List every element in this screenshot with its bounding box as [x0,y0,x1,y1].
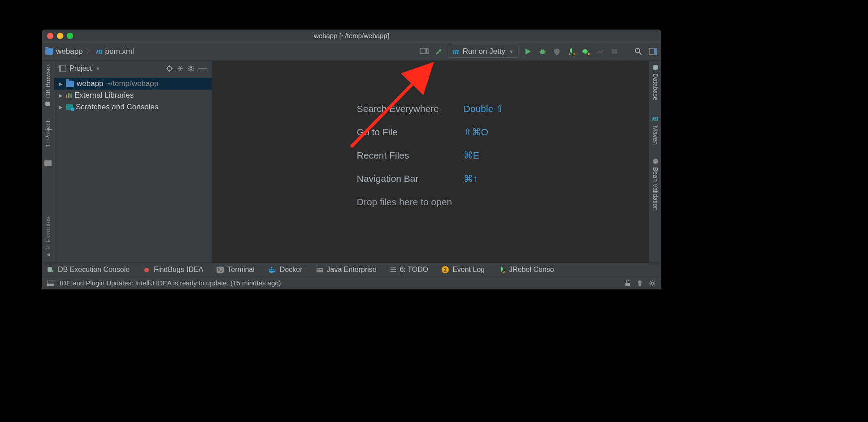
event-log-tab[interactable]: 2 Event Log [442,266,485,274]
event-log-badge: 2 [442,266,449,273]
zoom-window-button[interactable] [67,33,73,39]
library-icon [66,93,72,98]
chevron-down-icon: ▼ [509,49,514,54]
java-enterprise-tab[interactable]: Java Enterprise [316,266,377,274]
database-tab[interactable]: Database [652,65,659,100]
bean-validation-tab[interactable]: Bean Validation [652,158,659,211]
search-icon[interactable] [634,47,643,56]
favorites-tab[interactable]: ▶ 2: Favorites [44,217,52,258]
project-tree[interactable]: ▶ webapp ~/temp/webapp ▶ External Librar… [54,76,212,115]
svg-line-16 [639,52,642,55]
panel-icon [59,65,66,72]
window-title: webapp [~/temp/webapp] [42,32,661,39]
folder-icon [66,81,74,87]
stop-disabled-icon [609,47,619,56]
svg-line-3 [539,52,541,52]
svg-point-28 [190,67,192,69]
maven-tab[interactable]: m Maven [652,114,659,145]
project-tab[interactable]: 1: Project [44,121,52,147]
jrebel-console-tab[interactable]: JR JRebel Conso [498,266,554,274]
device-icon[interactable] [419,47,429,56]
svg-rect-14 [612,49,617,54]
hint-search: Search Everywhere Double ⇧ [357,103,504,114]
close-window-button[interactable] [47,33,53,39]
tree-node-label: Scratches and Consoles [76,103,158,112]
right-tool-gutter: Database m Maven Bean Validation [649,61,661,263]
hide-panel-icon[interactable]: — [198,63,207,73]
expand-arrow-icon[interactable]: ▶ [58,93,63,99]
folder-icon [45,48,53,55]
debug-button[interactable] [538,47,547,56]
svg-line-5 [540,53,541,54]
breadcrumb-sep: 〉 [86,46,94,57]
svg-rect-44 [217,267,224,273]
svg-rect-58 [47,284,54,286]
svg-point-15 [635,48,640,53]
svg-line-68 [654,284,655,285]
svg-rect-61 [638,284,641,286]
gear-icon[interactable] [187,65,195,72]
expand-arrow-icon[interactable]: ▶ [58,81,63,87]
collapse-all-icon[interactable] [177,65,184,72]
run-config-selector[interactable]: m Run on Jetty ▼ [448,45,519,58]
run-button[interactable] [523,47,533,56]
project-tool-window: Project ▼ — ▶ webapp ~/t [54,61,212,263]
breadcrumb-root[interactable]: webapp [56,47,83,56]
editor-area[interactable]: Search Everywhere Double ⇧ Go to File ⇧⌘… [212,61,649,263]
svg-rect-51 [317,269,319,270]
status-message[interactable]: IDE and Plugin Updates: IntelliJ IDEA is… [60,279,281,287]
inspector-icon[interactable] [636,280,643,287]
project-tab-folder-icon [44,160,52,166]
findbugs-tab[interactable]: FindBugs-IDEA [143,266,203,274]
project-panel-header: Project ▼ — [54,61,212,76]
expand-arrow-icon[interactable]: ▶ [58,104,63,110]
layout-settings-icon[interactable] [648,47,658,56]
jrebel-debug-icon[interactable]: JR [581,47,590,56]
svg-point-39 [653,159,658,164]
traffic-lights [47,33,73,39]
tree-scratches-item[interactable]: ▶ Scratches and Consoles [54,101,212,113]
bottom-tool-tabs: DB Execution Console FindBugs-IDEA Termi… [42,263,661,276]
svg-point-10 [583,49,587,54]
todo-tab[interactable]: 6: TODO [390,266,428,274]
coverage-button[interactable] [552,47,562,56]
toolbar-row: webapp 〉 m pom.xml m Run on Jetty ▼ [42,42,661,61]
svg-line-36 [192,66,193,67]
svg-line-7 [541,49,542,50]
jrebel-run-icon[interactable]: JR [566,47,576,56]
build-hammer-icon[interactable] [434,47,443,56]
hint-navbar: Navigation Bar ⌘↑ [357,173,504,184]
svg-rect-59 [625,283,630,286]
minimize-window-button[interactable] [57,33,63,39]
status-windows-icon[interactable] [47,280,54,286]
maven-config-icon: m [453,47,459,56]
svg-line-42 [144,270,145,270]
scratch-icon [66,104,73,110]
locate-icon[interactable] [166,65,173,72]
main-body: DB Browser 1: Project ▶ 2: Favorites Pro… [42,61,661,263]
breadcrumb-file[interactable]: pom.xml [105,47,134,56]
svg-rect-47 [271,269,272,270]
breadcrumb: webapp 〉 m pom.xml [45,46,417,57]
settings-gear-icon[interactable] [649,280,656,287]
tree-external-libs-item[interactable]: ▶ External Libraries [54,90,212,101]
tree-root-item[interactable]: ▶ webapp ~/temp/webapp [54,78,212,90]
svg-line-43 [148,270,149,270]
svg-rect-1 [425,49,427,53]
svg-line-69 [650,284,651,285]
project-panel-title[interactable]: Project [69,65,92,73]
lock-icon[interactable] [625,280,631,287]
title-bar: webapp [~/temp/webapp] [42,30,661,42]
svg-line-35 [189,70,190,71]
svg-line-11 [582,51,583,52]
terminal-tab[interactable]: Terminal [217,266,254,274]
db-browser-tab[interactable]: DB Browser [44,65,52,107]
svg-rect-46 [269,269,270,270]
db-exec-console-tab[interactable]: DB Execution Console [47,266,130,274]
profile-disabled-icon [595,47,605,56]
hint-drop: Drop files here to open [357,197,504,207]
docker-tab[interactable]: Docker [268,266,303,274]
chevron-down-icon[interactable]: ▼ [95,66,100,71]
status-bar: IDE and Plugin Updates: IntelliJ IDEA is… [42,276,661,289]
toolbar-actions: m Run on Jetty ▼ JR JR [419,45,658,58]
